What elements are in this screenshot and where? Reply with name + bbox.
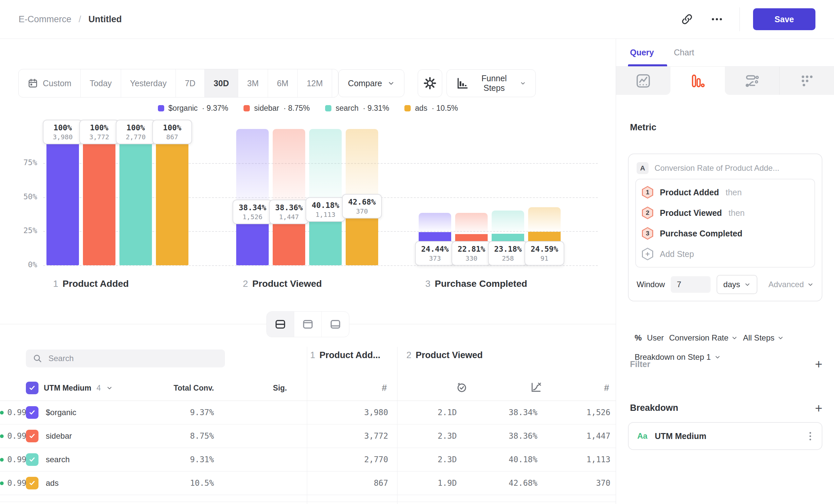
- row-checkbox[interactable]: [26, 406, 39, 419]
- step-hexagon-badge: 1: [642, 186, 653, 199]
- metric-title-row[interactable]: A Conversion Rate of Product Adde...: [635, 160, 815, 179]
- group-column-header[interactable]: UTM Medium 4: [26, 379, 113, 397]
- select-all-checkbox[interactable]: [26, 382, 39, 394]
- legend-value: · 9.31%: [363, 104, 389, 113]
- legend-item-sidebar[interactable]: sidebar· 8.75%: [243, 104, 310, 113]
- funnel-bar-ads-step3[interactable]: 24.59%91: [528, 129, 561, 265]
- chart-settings-button[interactable]: [418, 69, 442, 97]
- funnel-bar-search-step1[interactable]: 100%2,770: [119, 129, 152, 265]
- bar-percent: 40.18%: [311, 200, 339, 210]
- funnel-bar-organic-step2[interactable]: 38.34%1,526: [236, 129, 269, 265]
- legend-item-search[interactable]: search· 9.31%: [325, 104, 389, 113]
- bar-percent: 100%: [90, 123, 108, 133]
- funnel-bar-sidebar-step2[interactable]: 38.36%1,447: [273, 129, 305, 265]
- funnel-bar-sidebar-step1[interactable]: 100%3,772: [83, 129, 115, 265]
- chart-type-tab-retention-grid[interactable]: [780, 67, 834, 95]
- legend-item-organic[interactable]: $organic· 9.37%: [158, 104, 228, 113]
- funnel-bar-sidebar-step3[interactable]: 22.81%330: [455, 129, 488, 265]
- range-6m[interactable]: 6M: [268, 69, 298, 97]
- legend-item-ads[interactable]: ads· 10.5%: [404, 104, 458, 113]
- range-custom[interactable]: Custom: [19, 69, 80, 97]
- breakdown-item[interactable]: Aa UTM Medium: [628, 422, 822, 450]
- funnel-bar-ads-step1[interactable]: 100%867: [156, 129, 189, 265]
- bar-count: 2,770: [126, 133, 146, 141]
- range-label: Today: [90, 78, 112, 88]
- step1-count-value: 867: [374, 472, 388, 495]
- range-3m[interactable]: 3M: [238, 69, 268, 97]
- conversion-window-row: Window days Advanced: [635, 275, 815, 294]
- range-yesterday[interactable]: Yesterday: [121, 69, 175, 97]
- range-7d[interactable]: 7D: [175, 69, 204, 97]
- bar-percent: 100%: [163, 123, 181, 133]
- funnel-chart-icon: [690, 73, 705, 89]
- advanced-dropdown[interactable]: Advanced: [768, 280, 814, 289]
- range-xtd[interactable]: XTD: [332, 69, 338, 97]
- significance-number: 0.99: [7, 455, 26, 464]
- legend-value: · 8.75%: [284, 104, 310, 113]
- copy-link-icon[interactable]: [678, 10, 696, 28]
- range-12m[interactable]: 12M: [297, 69, 332, 97]
- search-input[interactable]: [48, 353, 218, 363]
- chart-only-view-button[interactable]: [294, 312, 322, 337]
- funnel-bar-ads-step2[interactable]: 42.68%370: [346, 129, 378, 265]
- chart-type-tab-funnel-chart[interactable]: [671, 67, 725, 95]
- active-tab-underline: [628, 64, 667, 66]
- breadcrumb-page[interactable]: Untitled: [89, 14, 122, 25]
- metric-step-3[interactable]: 3Purchase Completed: [636, 223, 814, 244]
- funnel-bar-organic-step3[interactable]: 24.44%373: [419, 129, 451, 265]
- bar-converted-region: [46, 129, 79, 265]
- window-unit-dropdown[interactable]: days: [717, 275, 758, 294]
- breakdown-item-menu[interactable]: [808, 430, 813, 442]
- measure-entity[interactable]: User: [647, 333, 664, 343]
- total-conv-column-header[interactable]: Total Conv.: [174, 379, 214, 397]
- tab-query[interactable]: Query: [630, 48, 654, 58]
- measure-scope-dropdown[interactable]: All Steps: [743, 333, 784, 343]
- row-checkbox[interactable]: [26, 453, 39, 466]
- funnel-bar-search-step3[interactable]: 23.18%258: [492, 129, 524, 265]
- add-step-button[interactable]: +Add Step: [636, 244, 814, 264]
- breakdown-item-label: UTM Medium: [655, 431, 800, 441]
- table-only-view-button[interactable]: [322, 312, 349, 337]
- measure-metric-dropdown[interactable]: Conversion Rate: [669, 333, 738, 343]
- more-options-icon[interactable]: [708, 10, 726, 28]
- step2-count-column-icon[interactable]: #: [604, 379, 609, 397]
- range-today[interactable]: Today: [80, 69, 121, 97]
- range-30d[interactable]: 30D: [204, 69, 238, 97]
- legend-swatch: [243, 105, 250, 111]
- row-checkbox[interactable]: [26, 477, 39, 489]
- add-breakdown-button[interactable]: +: [815, 403, 822, 413]
- table-bottom-border: [0, 502, 616, 502]
- compare-button[interactable]: Compare: [338, 69, 404, 97]
- retention-grid-icon: [799, 73, 814, 89]
- tab-chart[interactable]: Chart: [674, 48, 694, 58]
- chart-type-dropdown[interactable]: Funnel Steps: [446, 69, 536, 97]
- legend-swatch: [158, 105, 164, 111]
- funnel-bar-search-step2[interactable]: 40.18%1,113: [309, 129, 342, 265]
- legend-value: · 9.37%: [202, 104, 228, 113]
- panel-tabs: Query Chart: [616, 39, 834, 67]
- split-view-button[interactable]: [267, 312, 294, 337]
- bar-count: 1,447: [279, 212, 299, 221]
- filter-section: Filter +: [630, 359, 822, 369]
- chart-type-tab-flow-chart[interactable]: [725, 67, 780, 95]
- row-checkbox[interactable]: [26, 430, 39, 442]
- add-filter-button[interactable]: +: [815, 359, 822, 369]
- step2-conversion-column-icon[interactable]: [530, 381, 542, 393]
- metric-step-2[interactable]: 2Product Viewedthen: [636, 203, 814, 223]
- window-value-input[interactable]: [671, 276, 710, 293]
- breadcrumb-project[interactable]: E-Commerce: [19, 14, 71, 25]
- save-button[interactable]: Save: [753, 8, 815, 30]
- step-badge-number: 3: [642, 227, 653, 240]
- funnel-step-group-3: 24.44%37322.81%33023.18%25824.59%91: [419, 129, 561, 265]
- step2-avg-time-column-icon[interactable]: [456, 381, 468, 393]
- chart-legend: $organic· 9.37%sidebar· 8.75%search· 9.3…: [0, 104, 616, 113]
- metric-step-1[interactable]: 1Product Addedthen: [636, 182, 814, 203]
- bar-value-label: 24.59%91: [525, 241, 564, 266]
- funnel-bar-organic-step1[interactable]: 100%3,980: [46, 129, 79, 265]
- chart-type-tab-line-chart[interactable]: [616, 67, 671, 95]
- total-conversion-value: 8.75%: [190, 425, 214, 448]
- calendar-icon: [27, 78, 38, 89]
- step1-count-column-icon[interactable]: #: [382, 379, 387, 397]
- bar-value-label: 100%3,772: [79, 120, 119, 144]
- sig-column-header[interactable]: Sig.: [273, 379, 287, 397]
